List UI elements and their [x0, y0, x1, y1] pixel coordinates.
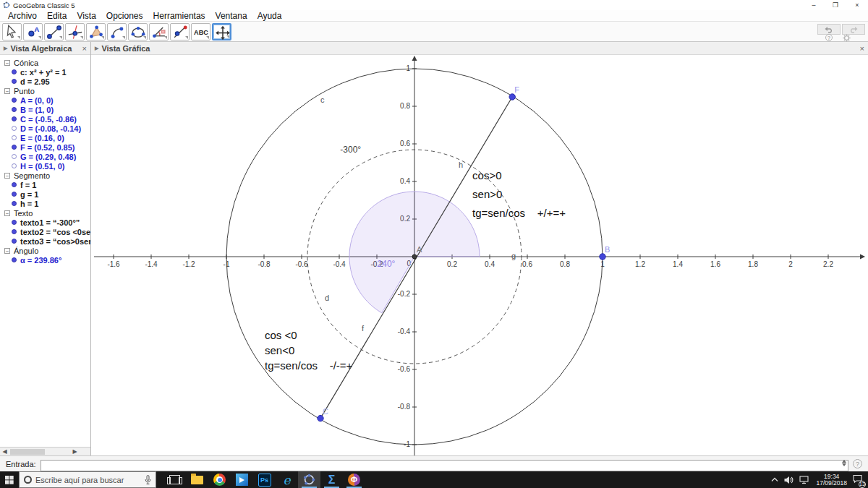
- algebra-object-row[interactable]: c: x² + y² = 1: [0, 67, 90, 77]
- algebra-category-segmento[interactable]: –Segmento: [0, 171, 90, 180]
- algebra-object-row[interactable]: H = (0.51, 0): [0, 161, 90, 171]
- taskbar-search-box[interactable]: Escribe aquí para buscar: [19, 471, 156, 488]
- tool-line-button[interactable]: [44, 23, 64, 40]
- visibility-bullet-icon[interactable]: [12, 229, 17, 234]
- tool-conic-button[interactable]: [128, 23, 148, 40]
- free-text[interactable]: cos <0: [265, 329, 297, 341]
- taskbar-sigma-app-icon[interactable]: Σ: [320, 471, 343, 488]
- visibility-bullet-icon[interactable]: [12, 116, 17, 121]
- tool-dropdown-icon[interactable]: [185, 36, 188, 39]
- collapse-minus-icon[interactable]: –: [4, 248, 10, 254]
- algebra-object-row[interactable]: E = (0.16, 0): [0, 133, 90, 142]
- menu-edita[interactable]: Edita: [42, 11, 72, 21]
- collapse-minus-icon[interactable]: –: [4, 60, 10, 66]
- algebra-object-row[interactable]: G = (0.29, 0.48): [0, 152, 90, 161]
- taskbar-chrome-icon[interactable]: [208, 471, 231, 488]
- tool-dropdown-icon[interactable]: [101, 36, 104, 39]
- menu-ayuda[interactable]: Ayuda: [252, 11, 287, 21]
- start-button[interactable]: [0, 476, 19, 484]
- tool-transform-button[interactable]: [170, 23, 190, 40]
- visibility-bullet-icon[interactable]: [12, 220, 17, 225]
- free-text[interactable]: cos>0: [472, 169, 501, 181]
- redo-button[interactable]: [842, 24, 865, 35]
- visibility-bullet-icon[interactable]: [12, 201, 17, 206]
- algebra-category-texto[interactable]: –Texto: [0, 208, 90, 218]
- scrollbar-thumb[interactable]: [10, 449, 45, 455]
- tool-text-button[interactable]: ABC: [191, 23, 210, 40]
- tool-circle-arc-button[interactable]: [107, 23, 127, 40]
- settings-gear-icon[interactable]: [843, 34, 851, 42]
- algebra-object-row[interactable]: α = 239.86°: [0, 255, 90, 265]
- tool-dropdown-icon[interactable]: [59, 36, 62, 39]
- collapse-triangle-icon[interactable]: ▶: [4, 46, 7, 51]
- visibility-bullet-icon[interactable]: [12, 79, 17, 84]
- algebra-object-row[interactable]: h = 1: [0, 199, 90, 208]
- minimize-button[interactable]: –: [803, 1, 825, 9]
- collapse-minus-icon[interactable]: –: [4, 210, 10, 216]
- visibility-bullet-icon[interactable]: [12, 126, 17, 131]
- tray-clock[interactable]: 19:34 17/09/2018: [816, 474, 847, 487]
- visibility-bullet-icon[interactable]: [12, 145, 17, 150]
- visibility-bullet-icon[interactable]: [12, 107, 17, 112]
- algebra-object-row[interactable]: C = (-0.5, -0.86): [0, 114, 90, 124]
- tool-dropdown-icon[interactable]: [122, 36, 125, 39]
- point-A[interactable]: [412, 254, 417, 259]
- tool-dropdown-icon[interactable]: [226, 35, 229, 38]
- tool-dropdown-icon[interactable]: [206, 36, 209, 39]
- algebra-object-row[interactable]: A = (0, 0): [0, 95, 90, 105]
- menu-vista[interactable]: Vista: [72, 11, 101, 21]
- visibility-bullet-icon[interactable]: [12, 257, 17, 262]
- taskbar-geogebra-icon[interactable]: [298, 471, 320, 488]
- visibility-bullet-icon[interactable]: [12, 135, 17, 140]
- free-text[interactable]: tg=sen/cos -/-=+: [265, 359, 353, 372]
- point-C[interactable]: [318, 415, 323, 421]
- volume-icon[interactable]: [784, 476, 793, 484]
- tool-dropdown-icon[interactable]: [143, 36, 146, 39]
- notification-center-icon[interactable]: 13: [853, 474, 864, 487]
- scroll-left-icon[interactable]: ◀: [1, 448, 9, 455]
- taskbar-task-view-icon[interactable]: [163, 471, 186, 488]
- collapse-minus-icon[interactable]: –: [4, 173, 10, 179]
- visibility-bullet-icon[interactable]: [12, 98, 17, 103]
- tool-perpendicular-line-button[interactable]: [65, 23, 85, 40]
- visibility-bullet-icon[interactable]: [12, 163, 17, 168]
- tool-angle-button[interactable]: [149, 23, 169, 40]
- algebra-category-ángulo[interactable]: –Ángulo: [0, 246, 90, 255]
- taskbar-movies-tv-icon[interactable]: [231, 471, 253, 488]
- algebra-category-cónica[interactable]: –Cónica: [0, 58, 90, 67]
- tool-move-graphics-view-button[interactable]: [212, 23, 231, 40]
- close-button[interactable]: ×: [846, 1, 868, 9]
- free-text[interactable]: -300°: [340, 145, 361, 155]
- menu-herramientas[interactable]: Herramientas: [148, 11, 210, 21]
- point-B[interactable]: [600, 254, 605, 260]
- input-help-icon[interactable]: ?: [853, 459, 862, 468]
- microphone-icon[interactable]: [145, 475, 151, 484]
- free-text[interactable]: sen>0: [472, 188, 502, 200]
- menu-opciones[interactable]: Opciones: [101, 11, 148, 21]
- algebra-object-row[interactable]: d = 2.95: [0, 77, 90, 86]
- algebra-close-icon[interactable]: ×: [82, 44, 87, 53]
- tool-move-button[interactable]: [2, 23, 22, 40]
- toolbar-help-icon[interactable]: ?: [825, 34, 833, 41]
- tool-polygon-button[interactable]: [86, 23, 106, 40]
- algebra-object-row[interactable]: g = 1: [0, 189, 90, 199]
- tool-dropdown-icon[interactable]: [164, 36, 167, 39]
- point-F[interactable]: [509, 94, 515, 100]
- algebra-object-row[interactable]: B = (1, 0): [0, 105, 90, 114]
- collapse-triangle-icon[interactable]: ▶: [95, 46, 98, 51]
- taskbar-photoshop-icon[interactable]: Ps: [253, 471, 276, 488]
- algebra-object-row[interactable]: F = (0.52, 0.85): [0, 142, 90, 152]
- visibility-bullet-icon[interactable]: [12, 69, 17, 74]
- network-icon[interactable]: [799, 476, 810, 484]
- free-text[interactable]: sen<0: [265, 344, 294, 356]
- undo-button[interactable]: [817, 24, 841, 35]
- algebra-category-punto[interactable]: –Punto: [0, 86, 90, 95]
- command-input[interactable]: [41, 460, 848, 471]
- algebra-object-row[interactable]: texto3 = “cos>0sen>: [0, 236, 90, 246]
- tool-dropdown-icon[interactable]: [38, 36, 41, 39]
- taskbar-file-explorer-icon[interactable]: [186, 471, 208, 488]
- algebra-object-row[interactable]: texto1 = “-300°”: [0, 218, 90, 227]
- visibility-bullet-icon[interactable]: [12, 182, 17, 187]
- visibility-bullet-icon[interactable]: [12, 154, 17, 159]
- algebra-object-row[interactable]: texto2 = “cos <0sen<: [0, 227, 90, 236]
